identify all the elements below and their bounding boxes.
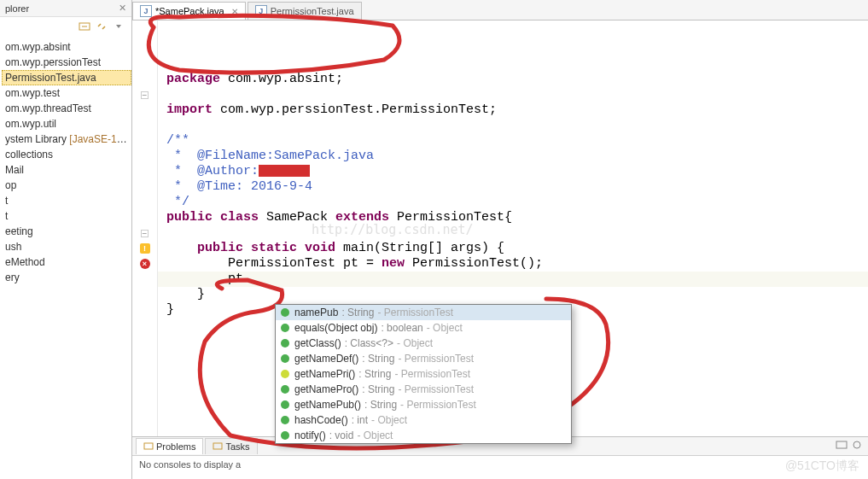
tree-item[interactable]: t (2, 208, 131, 224)
visibility-icon (281, 400, 289, 409)
editor-tab[interactable]: JPermissionTest.java (248, 2, 362, 20)
collapse-icon[interactable] (79, 20, 90, 32)
blog-watermark: @51CTO博客 (785, 459, 859, 474)
tree-item[interactable]: eeting (2, 224, 131, 239)
sidebar-toolbar (0, 17, 131, 36)
tree-item[interactable]: eMethod (2, 254, 131, 270)
visibility-icon (281, 308, 289, 317)
tree-item[interactable]: Mail (2, 162, 131, 178)
visibility-icon (281, 339, 289, 348)
link-icon[interactable] (96, 20, 108, 32)
tree-item[interactable]: op (2, 178, 131, 193)
tree-item[interactable]: om.wyp.perssionTest (2, 55, 131, 70)
bottom-tab[interactable]: Tasks (205, 438, 257, 454)
svg-rect-2 (144, 443, 153, 449)
autocomplete-item[interactable]: getNamePub() : String - PermissionTest (276, 397, 571, 412)
tree-item[interactable]: om.wyp.util (2, 116, 131, 131)
visibility-icon (281, 385, 289, 394)
autocomplete-item[interactable]: getNamePri() : String - PermissionTest (276, 366, 571, 382)
visibility-icon (281, 354, 289, 363)
autocomplete-item[interactable]: getClass() : Class<?> - Object (276, 336, 571, 351)
sidebar-title: plorer (5, 3, 115, 14)
console-icon[interactable] (836, 439, 848, 453)
tree-item[interactable]: collections (2, 147, 131, 162)
svg-rect-4 (836, 441, 847, 448)
editor-tabs: J*SamePack.java✕JPermissionTest.java (132, 0, 868, 20)
tree-item[interactable]: PermissionTest.java (2, 70, 131, 85)
autocomplete-item[interactable]: getNameDef() : String - PermissionTest (276, 351, 571, 366)
visibility-icon (281, 370, 289, 378)
bottom-tab[interactable]: Problems (136, 438, 203, 454)
tree-item[interactable]: t (2, 193, 131, 208)
tree-item[interactable]: ystem Library [JavaSE-1.6] (2, 131, 131, 147)
tab-icon (213, 441, 223, 453)
tree-item[interactable]: ery (2, 270, 131, 285)
warning-icon[interactable]: ! (140, 243, 150, 254)
fold-icon[interactable]: − (141, 91, 149, 99)
redacted-author (259, 165, 310, 177)
autocomplete-item[interactable]: equals(Object obj) : boolean - Object (276, 320, 571, 336)
autocomplete-popup[interactable]: namePub : String - PermissionTestequals(… (275, 304, 572, 444)
console-content: No consoles to display a (132, 456, 868, 473)
java-file-icon: J (255, 5, 267, 17)
editor-tab[interactable]: J*SamePack.java✕ (132, 2, 246, 20)
tree-item[interactable]: ush (2, 239, 131, 254)
sidebar-header: plorer ✕ (0, 0, 131, 17)
close-icon[interactable]: ✕ (231, 7, 238, 16)
tree-item[interactable]: om.wyp.test (2, 85, 131, 101)
svg-rect-3 (213, 443, 222, 449)
autocomplete-item[interactable]: namePub : String - PermissionTest (276, 305, 571, 320)
visibility-icon (281, 431, 289, 440)
tree-item[interactable]: om.wyp.threadTest (2, 101, 131, 116)
package-explorer: plorer ✕ om.wyp.absintom.wyp.perssionTes… (0, 0, 132, 479)
pin-icon[interactable] (851, 439, 863, 453)
close-icon[interactable]: ✕ (119, 3, 126, 14)
svg-point-5 (853, 441, 860, 448)
visibility-icon (281, 324, 289, 332)
tab-icon (143, 441, 154, 453)
gutter: − − ! × (132, 20, 158, 436)
autocomplete-item[interactable]: notify() : void - Object (276, 428, 571, 443)
autocomplete-item[interactable]: getNamePro() : String - PermissionTest (276, 382, 571, 397)
autocomplete-item[interactable]: hashCode() : int - Object (276, 412, 571, 428)
menu-icon[interactable] (113, 20, 125, 32)
tree-item[interactable]: om.wyp.absint (2, 39, 131, 55)
package-tree: om.wyp.absintom.wyp.perssionTestPermissi… (0, 36, 131, 289)
java-file-icon: J (140, 5, 152, 17)
fold-icon[interactable]: − (141, 230, 149, 237)
error-icon[interactable]: × (140, 259, 150, 269)
visibility-icon (281, 416, 289, 424)
